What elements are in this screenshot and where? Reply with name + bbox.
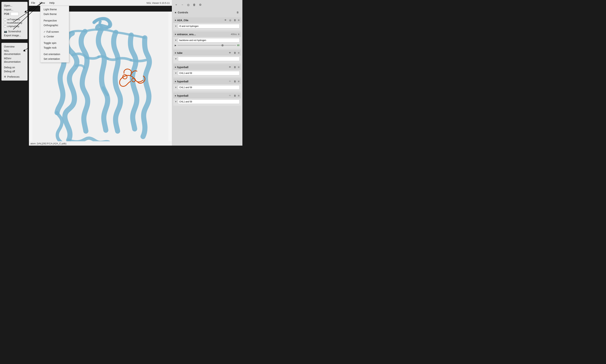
hyperball1-collapse-button[interactable]: ■ bbox=[175, 66, 176, 68]
a2a-target-button[interactable]: ◎ bbox=[228, 18, 232, 22]
frame-slider-thumb[interactable] bbox=[221, 44, 224, 46]
center-label: Center bbox=[46, 35, 54, 38]
hyperball2-eye-button[interactable]: 👁 bbox=[228, 80, 232, 83]
hyperball1-menu-button[interactable]: ≡ bbox=[238, 65, 239, 69]
a2a-filter-input[interactable] bbox=[178, 24, 239, 28]
right-panel-header: ＋ － ◎ 🗑 ⚙ bbox=[173, 1, 241, 8]
a2a-menu-button[interactable]: ≡ bbox=[238, 19, 239, 22]
toggle-rock-item[interactable]: Toggle rock bbox=[40, 45, 69, 50]
file-menu[interactable]: File bbox=[29, 1, 38, 5]
orthographic-item[interactable]: Orthographic bbox=[40, 23, 69, 28]
a2a-delete-button[interactable]: 🗑 bbox=[233, 18, 237, 22]
a2a-collapse-button[interactable]: ■ bbox=[175, 19, 176, 22]
toggle-spin-item[interactable]: Toggle spin bbox=[40, 41, 69, 45]
hyperball3-menu-button[interactable]: ≡ bbox=[238, 94, 239, 97]
hyperball2-filter-icon: ▼ bbox=[175, 86, 177, 89]
controls-header: ■ Controls 🗑 bbox=[175, 10, 239, 15]
orthographic-label: Orthographic bbox=[44, 24, 58, 27]
trajectory-controls: ▶ 80 bbox=[175, 43, 239, 48]
traj-time: 400ns bbox=[231, 33, 237, 36]
traj-header: ■ entrance_wra… 400ns ≡ bbox=[173, 32, 241, 37]
view-menu[interactable]: View bbox=[38, 1, 47, 5]
dark-theme-item[interactable]: Dark theme bbox=[40, 12, 69, 16]
hyperball2-delete-button[interactable]: 🗑 bbox=[233, 80, 237, 83]
tube-collapse-button[interactable]: ■ bbox=[175, 52, 176, 54]
hyperball1-eye-button[interactable]: 👁 bbox=[228, 65, 232, 69]
target-icon-button[interactable]: ◎ bbox=[186, 3, 190, 7]
full-screen-label: Full screen bbox=[46, 30, 59, 33]
perspective-item[interactable]: Perspective bbox=[40, 18, 69, 23]
traj-body: ▼ ▶ 80 bbox=[173, 37, 241, 49]
light-theme-label: Light theme bbox=[44, 8, 57, 11]
tube-menu-button[interactable]: ≡ bbox=[238, 51, 239, 54]
pdb-row: PDB bbox=[4, 12, 25, 16]
first-model-only-checkbox[interactable] bbox=[4, 22, 6, 24]
a2a-title: A2A_C6a bbox=[177, 19, 222, 22]
hyperball2-filter-row: ▼ bbox=[175, 85, 239, 90]
overview-label: Overview bbox=[4, 45, 14, 48]
hyperball3-filter-row: ▼ bbox=[175, 100, 239, 104]
a2a-filter-row: ▼ bbox=[175, 24, 239, 28]
hyperball3-delete-button[interactable]: 🗑 bbox=[233, 94, 237, 97]
frame-slider-container bbox=[178, 44, 236, 47]
overview-button[interactable]: Overview bbox=[4, 45, 25, 49]
light-theme-item[interactable]: Light theme bbox=[40, 7, 69, 12]
hyperball2-title: hyperball bbox=[177, 80, 227, 83]
set-orientation-label: Set orientation bbox=[44, 57, 60, 60]
screenshot-button[interactable]: 📷 Screenshot bbox=[4, 29, 25, 33]
help-menu[interactable]: Help bbox=[47, 1, 57, 5]
traj-filter-input[interactable] bbox=[178, 38, 239, 42]
file-panel: Open... Import... PDB asTrajectory first… bbox=[1, 2, 28, 39]
hyperball2-menu-button[interactable]: ≡ bbox=[238, 80, 239, 83]
hyperball3-collapse-button[interactable]: ■ bbox=[175, 94, 176, 97]
debug-on-button[interactable]: Debug on bbox=[4, 65, 25, 69]
get-orientation-item[interactable]: Get orientation bbox=[40, 52, 69, 57]
center-icon: ◎ bbox=[44, 35, 45, 38]
traj-collapse-button[interactable]: ■ bbox=[175, 33, 176, 36]
mdsrv-docs-button[interactable]: MDsrv documentation bbox=[4, 56, 25, 64]
hyperball1-header: ■ hyperball 👁 🗑 ≡ bbox=[173, 64, 241, 70]
delete-button[interactable]: 🗑 bbox=[192, 3, 196, 7]
pdb-input[interactable] bbox=[11, 12, 19, 16]
play-button[interactable]: ▶ bbox=[175, 44, 176, 47]
center-item[interactable]: ◎ Center bbox=[40, 34, 69, 39]
open-button[interactable]: Open... bbox=[4, 4, 25, 8]
first-model-only-row: firstModelOnly bbox=[4, 21, 25, 25]
fullscreen-icon: ⤢ bbox=[44, 30, 45, 33]
traj-component: ■ entrance_wra… 400ns ≡ ▼ ▶ 80 bbox=[173, 32, 241, 49]
hyperball1-component: ■ hyperball 👁 🗑 ≡ ▼ bbox=[173, 64, 241, 77]
import-button[interactable]: Import... bbox=[4, 8, 25, 12]
remove-component-button[interactable]: － bbox=[180, 2, 184, 7]
hyperball1-delete-button[interactable]: 🗑 bbox=[233, 65, 237, 69]
pdb-label: PDB bbox=[4, 13, 9, 15]
hyperball2-collapse-button[interactable]: ■ bbox=[175, 80, 176, 83]
export-image-button[interactable]: Export image... bbox=[4, 33, 25, 37]
add-component-button[interactable]: ＋ bbox=[174, 2, 178, 7]
traj-filter-icon: ▼ bbox=[175, 39, 177, 41]
ngl-docs-button[interactable]: NGL documentation bbox=[4, 49, 25, 56]
hyperball1-filter-icon: ▼ bbox=[175, 72, 177, 74]
debug-off-label: Debug off bbox=[4, 70, 15, 73]
as-trajectory-checkbox[interactable] bbox=[4, 18, 6, 21]
camera-icon: 📷 bbox=[4, 30, 7, 33]
preferences-button[interactable]: ⚙ Prefereces bbox=[4, 75, 25, 79]
tube-eye-button[interactable]: 👁 bbox=[228, 51, 232, 54]
hyperball1-filter-input[interactable] bbox=[178, 71, 239, 75]
controls-delete-button[interactable]: 🗑 bbox=[236, 11, 239, 14]
tube-filter-icon: ▼ bbox=[175, 58, 177, 60]
c-alpha-only-checkbox[interactable] bbox=[4, 25, 6, 27]
hyperball3-eye-button[interactable]: 👁 bbox=[228, 94, 232, 97]
hyperball2-filter-input[interactable] bbox=[178, 85, 239, 90]
settings-button[interactable]: ⚙ bbox=[198, 3, 202, 7]
hyperball3-filter-input[interactable] bbox=[178, 100, 239, 104]
toggle-rock-label: Toggle rock bbox=[44, 46, 57, 49]
tube-filter-input[interactable] bbox=[178, 57, 239, 61]
debug-off-button[interactable]: Debug off bbox=[4, 69, 25, 73]
a2a-eye-button[interactable]: 👁 bbox=[224, 18, 227, 22]
full-screen-item[interactable]: ⤢ Full screen bbox=[40, 29, 69, 34]
set-orientation-item[interactable]: Set orientation bbox=[40, 57, 69, 61]
tube-delete-button[interactable]: 🗑 bbox=[233, 51, 237, 54]
traj-menu-button[interactable]: ≡ bbox=[238, 33, 239, 36]
import-label: Import... bbox=[4, 8, 13, 11]
controls-collapse-button[interactable]: ■ bbox=[175, 11, 176, 14]
